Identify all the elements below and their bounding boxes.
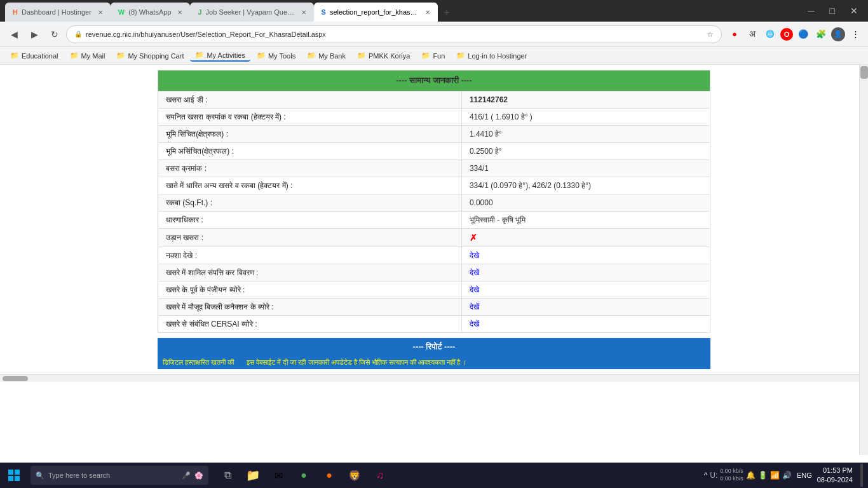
close-button[interactable]: ✕ [845, 3, 863, 18]
notice-link[interactable]: डिजिटल हस्ताक्षरित खतनी की [163, 358, 234, 367]
row-value-10[interactable]: देखें [461, 264, 710, 281]
tab-1[interactable]: H Dashboard | Hostinger ✕ [5, 3, 111, 22]
row-value-12[interactable]: देखें [461, 299, 710, 316]
cross-icon: ✗ [470, 233, 477, 243]
row-value-1: 416/1 ( 1.6910 हे° ) [461, 109, 710, 126]
wifi-icon[interactable]: 📶 [770, 471, 780, 480]
file-explorer-button[interactable]: 📁 [241, 464, 264, 487]
tab-3[interactable]: J Job Seeker | Vyapam Question ✕ [190, 3, 313, 22]
bookmark-my-tools[interactable]: 📁 My Tools [252, 50, 301, 61]
windows-logo-icon [8, 470, 20, 481]
notice-text: इस वेबसाईट में दी जा रही जानकारी अपडेटेड… [247, 358, 466, 367]
opera-icon[interactable]: O [780, 28, 793, 41]
table-row: खसरे में शामिल संपत्ति कर विवरण : देखें [158, 264, 710, 281]
notification-icon[interactable]: 🔔 [746, 471, 756, 480]
bookmark-fun[interactable]: 📁 Fun [416, 50, 450, 61]
minimize-button[interactable]: ─ [803, 3, 820, 18]
horizontal-scrollbar[interactable] [0, 374, 868, 382]
media-button[interactable]: ♫ [369, 464, 391, 487]
bookmark-pmkk[interactable]: 📁 PMKK Koriya [352, 50, 415, 61]
bookmark-label-tools: My Tools [268, 52, 295, 60]
nav-bar: ◀ ▶ ↻ 🔒 revenue.cg.nic.in/bhuiyanuser/Us… [0, 22, 868, 47]
row-value-11[interactable]: देखे [461, 281, 710, 299]
row-label-9: नक्शा देखे : [158, 247, 462, 264]
star-icon[interactable]: ☆ [707, 30, 714, 39]
reload-button[interactable]: ↻ [46, 25, 64, 43]
search-mic-icon: 🎤 [182, 471, 191, 480]
browser1-button[interactable]: ● [292, 464, 315, 487]
row-label-2: भूमि सिंचित(क्षेत्रफल) : [158, 126, 462, 143]
url-text: revenue.cg.nic.in/bhuiyanuser/User/Selec… [86, 30, 703, 38]
tab-close-1[interactable]: ✕ [98, 9, 103, 16]
bookmark-educational[interactable]: 📁 Educational [5, 50, 64, 61]
vertical-scrollbar[interactable] [859, 65, 868, 455]
svg-rect-2 [8, 476, 13, 481]
volume-icon[interactable]: 🔊 [782, 471, 792, 480]
tab-4[interactable]: S selection_report_for_khasraDet... ✕ [314, 3, 438, 22]
bookmark-label-hostinger: Log-in to Hostinger [468, 52, 527, 60]
task-view-button[interactable]: ⧉ [216, 464, 239, 487]
search-flower-icon: 🌸 [194, 471, 203, 480]
bookmark-my-mail[interactable]: 📁 My Mail [65, 50, 111, 61]
bookmark-my-activities[interactable]: 📁 My Activities [190, 50, 250, 62]
bookmark-my-bank[interactable]: 📁 My Bank [302, 50, 351, 61]
row-value-9[interactable]: देखे [461, 247, 710, 264]
mail-app-button[interactable]: ✉ [267, 464, 290, 487]
row-value-13[interactable]: देखें [461, 316, 710, 333]
link-panjeeyan[interactable]: देखे [470, 285, 479, 294]
bookmark-label-bank: My Bank [318, 52, 346, 60]
address-bar[interactable]: 🔒 revenue.cg.nic.in/bhuiyanuser/User/Sel… [66, 25, 722, 43]
show-desktop-button[interactable] [860, 464, 863, 487]
system-clock[interactable]: 01:53 PM 08-09-2024 [817, 466, 853, 485]
tab-close-3[interactable]: ✕ [301, 9, 306, 16]
hindi-icon[interactable]: अ [745, 27, 760, 42]
link-cersai[interactable]: देखें [470, 320, 479, 329]
forward-button[interactable]: ▶ [25, 25, 43, 43]
tab-close-2[interactable]: ✕ [177, 9, 182, 16]
tab-close-4[interactable]: ✕ [425, 9, 430, 16]
language-indicator[interactable]: ENG [797, 471, 812, 479]
tab-2[interactable]: W (8) WhatsApp ✕ [111, 3, 191, 22]
row-label-6: रकबा (Sq.Ft.) : [158, 194, 462, 212]
browser2-button[interactable]: ● [318, 464, 341, 487]
table-row: खसरा आई डी : 112142762 [158, 92, 710, 109]
upload-speed: 0.00 kb/s [720, 468, 743, 475]
row-label-1: चयनित खसरा क्रमांक व रकबा (हेक्टयर में) … [158, 109, 462, 126]
bookmark-shopping-cart[interactable]: 📁 My Shopping Cart [111, 50, 189, 61]
link-sampattikar[interactable]: देखें [470, 268, 479, 277]
row-label-8: उड़ान खसरा : [158, 229, 462, 247]
tray-arrow-icon[interactable]: ^ [704, 471, 708, 480]
chrome-icon[interactable]: 🔵 [796, 27, 811, 42]
bookmark-hostinger[interactable]: 📁 Log-in to Hostinger [451, 50, 532, 61]
lock-icon: 🔒 [74, 30, 82, 37]
search-placeholder: Type here to search [48, 471, 110, 479]
extensions-icon[interactable]: ● [727, 27, 742, 42]
back-button[interactable]: ◀ [5, 25, 23, 43]
row-label-0: खसरा आई डी : [158, 92, 462, 109]
start-button[interactable] [0, 463, 28, 488]
row-label-13: खसरे से संबंधित CERSAI ब्योरे : [158, 316, 462, 333]
link-bijli[interactable]: देखें [470, 302, 479, 311]
battery-icon[interactable]: 🔋 [758, 471, 768, 480]
brave-button[interactable]: 🦁 [343, 464, 366, 487]
tab-favicon-2: W [118, 8, 125, 16]
extensions2-icon[interactable]: 🧩 [813, 27, 829, 42]
maximize-button[interactable]: □ [825, 3, 840, 18]
row-label-7: धारणाधिकार : [158, 212, 462, 229]
new-tab-button[interactable]: + [438, 4, 456, 22]
row-label-4: बसरा क्रमांक : [158, 160, 462, 177]
main-content[interactable]: ---- सामान्य जानकारी ---- खसरा आई डी : 1… [0, 65, 868, 463]
h-scrollbar-thumb[interactable] [3, 376, 28, 381]
translate-icon[interactable]: 🌐 [763, 27, 778, 42]
profile-icon[interactable]: 👤 [831, 27, 845, 41]
taskbar-search[interactable]: 🔍 Type here to search 🎤 🌸 [31, 466, 208, 485]
media-icon: ♫ [376, 470, 384, 481]
info-table: ---- सामान्य जानकारी ---- खसरा आई डी : 1… [158, 70, 710, 333]
browser1-icon: ● [301, 470, 307, 481]
window-controls: ─ □ ✕ [803, 3, 863, 18]
row-label-5: खाते में धारित अन्य खसरे व रकबा (हेक्टयर… [158, 177, 462, 194]
link-naksha[interactable]: देखे [470, 251, 479, 260]
menu-icon[interactable]: ⋮ [848, 27, 863, 42]
table-row: रकबा (Sq.Ft.) : 0.0000 [158, 194, 710, 212]
scrollbar-thumb[interactable] [860, 66, 868, 79]
